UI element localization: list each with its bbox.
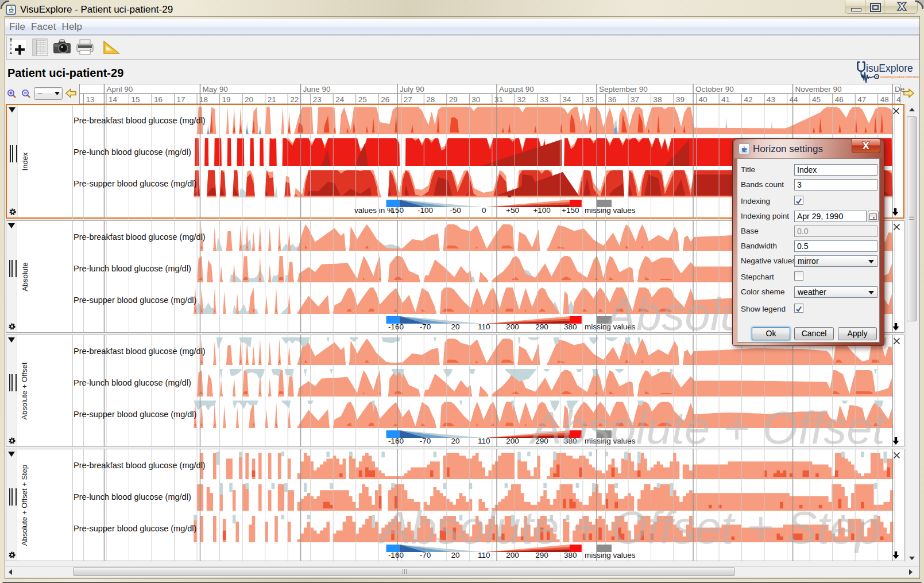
svg-text:20: 20 xyxy=(245,95,253,104)
svg-text:27: 27 xyxy=(404,95,412,104)
svg-text:July 90: July 90 xyxy=(400,85,424,94)
svg-text:45: 45 xyxy=(812,95,821,104)
svg-text:17: 17 xyxy=(177,95,185,104)
svg-text:-70: -70 xyxy=(420,322,431,331)
svg-text:Pre-lunch blood glucose (mg/dl: Pre-lunch blood glucose (mg/dl) xyxy=(74,492,191,502)
svg-text:+50: +50 xyxy=(506,206,519,215)
svg-text:-160: -160 xyxy=(388,322,404,331)
svg-text:October 90: October 90 xyxy=(695,85,734,94)
svg-text:39: 39 xyxy=(676,95,685,104)
svg-text:290: 290 xyxy=(535,322,548,331)
svg-text:14: 14 xyxy=(109,95,118,104)
svg-text:28: 28 xyxy=(426,95,435,104)
svg-text:18: 18 xyxy=(199,95,208,104)
svg-text:-100: -100 xyxy=(417,206,433,215)
svg-text:13: 13 xyxy=(86,95,95,104)
svg-text:Pre-supper blood glucose (mg/d: Pre-supper blood glucose (mg/dl) xyxy=(74,524,196,533)
svg-text:19: 19 xyxy=(222,95,231,104)
svg-text:Pre-breakfast blood glucose (m: Pre-breakfast blood glucose (mg/dl) xyxy=(74,461,206,470)
svg-text:16: 16 xyxy=(154,95,163,104)
svg-text:21: 21 xyxy=(268,95,276,104)
svg-text:26: 26 xyxy=(381,95,389,104)
svg-text:April 90: April 90 xyxy=(107,85,133,94)
svg-text:Absolute + Offset: Absolute + Offset xyxy=(529,402,887,446)
svg-text:33: 33 xyxy=(540,95,548,104)
svg-text:-50: -50 xyxy=(450,206,461,215)
svg-text:+100: +100 xyxy=(533,206,550,215)
svg-text:37: 37 xyxy=(631,95,639,104)
svg-text:4: 4 xyxy=(896,95,901,104)
svg-text:43: 43 xyxy=(767,95,775,104)
svg-text:Pre-breakfast blood glucose (m: Pre-breakfast blood glucose (mg/dl) xyxy=(74,116,206,125)
svg-text:24: 24 xyxy=(335,95,345,104)
svg-text:25: 25 xyxy=(358,95,367,104)
svg-text:August 90: August 90 xyxy=(499,85,534,94)
svg-text:35: 35 xyxy=(585,95,594,104)
svg-text:-70: -70 xyxy=(420,437,431,445)
svg-text:48: 48 xyxy=(880,95,889,104)
svg-text:Pre-supper blood glucose (mg/d: Pre-supper blood glucose (mg/dl) xyxy=(74,410,196,419)
svg-text:missing values: missing values xyxy=(585,206,636,215)
svg-text:0: 0 xyxy=(482,206,486,215)
svg-text:Pre-breakfast blood glucose (m: Pre-breakfast blood glucose (mg/dl) xyxy=(74,347,206,356)
svg-text:Pre-lunch blood glucose (mg/dl: Pre-lunch blood glucose (mg/dl) xyxy=(74,264,191,273)
svg-text:110: 110 xyxy=(478,437,490,445)
svg-text:200: 200 xyxy=(506,437,519,445)
svg-text:15: 15 xyxy=(132,95,140,104)
svg-text:--: -- xyxy=(38,90,42,96)
svg-text:30: 30 xyxy=(471,95,480,104)
svg-text:41: 41 xyxy=(721,95,730,104)
svg-text:38: 38 xyxy=(654,95,662,104)
svg-text:34: 34 xyxy=(562,95,571,104)
svg-text:Pre-breakfast blood glucose (m: Pre-breakfast blood glucose (mg/dl) xyxy=(74,232,206,242)
svg-text:32: 32 xyxy=(517,95,525,104)
svg-text:40: 40 xyxy=(699,95,708,104)
svg-text:Absolute + Offset + Step: Absolute + Offset + Step xyxy=(378,502,881,553)
svg-text:-160: -160 xyxy=(388,437,404,445)
svg-text:+150: +150 xyxy=(562,206,579,215)
svg-text:36: 36 xyxy=(608,95,617,104)
svg-text:November 90: November 90 xyxy=(795,85,842,94)
svg-text:380: 380 xyxy=(564,322,577,331)
svg-text:110: 110 xyxy=(478,322,490,331)
svg-text:22: 22 xyxy=(290,95,299,104)
svg-text:47: 47 xyxy=(857,95,866,104)
svg-text:44: 44 xyxy=(790,95,799,104)
svg-text:visualizing medical informatio: visualizing medical information xyxy=(880,75,919,79)
svg-text:200: 200 xyxy=(506,322,519,331)
svg-text:isuExplore: isuExplore xyxy=(866,63,913,74)
svg-text:De: De xyxy=(895,85,904,94)
svg-text:June 90: June 90 xyxy=(303,85,331,94)
svg-text:31: 31 xyxy=(494,95,503,104)
svg-text:May 90: May 90 xyxy=(203,85,228,94)
svg-text:42: 42 xyxy=(744,95,753,104)
svg-text:29: 29 xyxy=(449,95,458,104)
svg-text:values in %: values in % xyxy=(354,206,394,215)
svg-text:Pre-lunch blood glucose (mg/dl: Pre-lunch blood glucose (mg/dl) xyxy=(74,147,191,157)
svg-text:September 90: September 90 xyxy=(599,85,648,94)
svg-text:20: 20 xyxy=(451,322,459,331)
svg-text:Pre-supper blood glucose (mg/d: Pre-supper blood glucose (mg/dl) xyxy=(74,296,196,305)
svg-text:Pre-supper blood glucose (mg/d: Pre-supper blood glucose (mg/dl) xyxy=(74,179,196,188)
svg-text:20: 20 xyxy=(451,437,459,445)
svg-text:23: 23 xyxy=(313,95,322,104)
svg-text:46: 46 xyxy=(835,95,844,104)
svg-text:Pre-lunch blood glucose (mg/dl: Pre-lunch blood glucose (mg/dl) xyxy=(74,378,191,387)
